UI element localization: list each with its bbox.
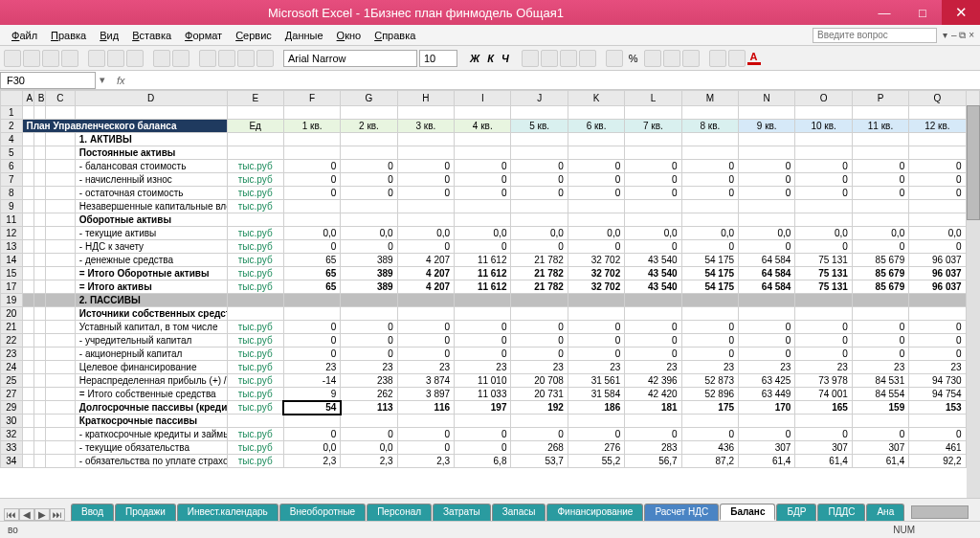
data-cell[interactable]: 0 (625, 240, 681, 254)
data-cell[interactable]: 461 (909, 441, 966, 455)
data-cell[interactable] (681, 146, 738, 160)
data-cell[interactable]: 186 (568, 401, 624, 415)
namebox-dropdown-icon[interactable]: ▾ (96, 74, 109, 86)
row-header[interactable]: 23 (1, 347, 23, 361)
data-cell[interactable]: 3 874 (397, 374, 454, 388)
menu-Вид[interactable]: Вид (94, 28, 124, 43)
data-cell[interactable]: 0 (455, 428, 511, 441)
data-cell[interactable]: 389 (341, 267, 397, 280)
help-search-input[interactable] (813, 28, 937, 43)
data-cell[interactable]: 181 (625, 401, 681, 415)
align-left-icon[interactable] (522, 50, 539, 67)
data-cell[interactable]: 0 (511, 428, 568, 441)
borders-icon[interactable] (709, 50, 726, 67)
data-cell[interactable]: 54 175 (681, 280, 738, 294)
data-cell[interactable]: 0 (341, 173, 397, 187)
data-cell[interactable]: 0 (739, 321, 795, 334)
sheet-tab-Расчет НДС[interactable]: Расчет НДС (644, 504, 719, 521)
data-cell[interactable]: 92,2 (909, 455, 966, 468)
data-cell[interactable]: 56,7 (625, 455, 681, 468)
row-header[interactable]: 6 (1, 160, 23, 173)
data-cell[interactable] (739, 307, 795, 321)
data-cell[interactable]: 20 708 (511, 374, 568, 388)
data-cell[interactable] (909, 146, 966, 160)
print-icon[interactable] (61, 50, 78, 67)
col-header[interactable]: N (739, 91, 795, 106)
data-cell[interactable]: 0 (397, 347, 454, 361)
data-cell[interactable]: 0 (625, 173, 681, 187)
data-cell[interactable]: 23 (511, 361, 568, 374)
col-header[interactable]: O (795, 91, 852, 106)
data-cell[interactable] (568, 200, 624, 213)
data-cell[interactable]: 436 (681, 441, 738, 455)
align-right-icon[interactable] (560, 50, 577, 67)
row-header[interactable]: 27 (1, 388, 23, 401)
data-cell[interactable] (397, 294, 454, 307)
data-cell[interactable]: 6,8 (455, 455, 511, 468)
data-cell[interactable]: 268 (511, 441, 568, 455)
menu-Правка[interactable]: Правка (45, 28, 92, 43)
col-header[interactable]: D (75, 91, 227, 106)
col-header[interactable]: P (852, 91, 908, 106)
data-cell[interactable] (341, 146, 397, 160)
data-cell[interactable]: 85 679 (852, 254, 908, 267)
data-cell[interactable]: 0 (397, 187, 454, 200)
data-cell[interactable]: 0 (283, 173, 340, 187)
data-cell[interactable] (625, 146, 681, 160)
data-cell[interactable] (852, 146, 908, 160)
data-cell[interactable]: 0,0 (283, 227, 340, 240)
data-cell[interactable]: 0 (681, 334, 738, 347)
undo-icon[interactable] (153, 50, 170, 67)
data-cell[interactable] (455, 415, 511, 428)
menu-Вставка[interactable]: Вставка (126, 28, 177, 43)
data-cell[interactable]: 74 001 (795, 388, 852, 401)
data-cell[interactable]: 0,0 (852, 227, 908, 240)
data-cell[interactable]: 53,7 (511, 455, 568, 468)
data-cell[interactable] (852, 213, 908, 227)
data-cell[interactable]: 0,0 (455, 227, 511, 240)
data-cell[interactable]: 0 (397, 240, 454, 254)
data-cell[interactable]: 0 (795, 187, 852, 200)
data-cell[interactable]: 170 (739, 401, 795, 415)
col-header[interactable]: F (283, 91, 340, 106)
data-cell[interactable]: 238 (341, 374, 397, 388)
data-cell[interactable]: 0 (455, 160, 511, 173)
data-cell[interactable]: 0 (511, 187, 568, 200)
data-cell[interactable]: 0 (795, 334, 852, 347)
data-cell[interactable]: 283 (625, 441, 681, 455)
row-header[interactable]: 21 (1, 321, 23, 334)
data-cell[interactable]: 0 (681, 428, 738, 441)
col-header[interactable]: G (341, 91, 397, 106)
data-cell[interactable]: 23 (739, 361, 795, 374)
row-header[interactable]: 29 (1, 401, 23, 415)
data-cell[interactable]: 0 (283, 187, 340, 200)
data-cell[interactable]: 0 (739, 187, 795, 200)
data-cell[interactable] (681, 415, 738, 428)
data-cell[interactable]: 23 (341, 361, 397, 374)
data-cell[interactable]: 65 (283, 267, 340, 280)
data-cell[interactable] (852, 133, 908, 146)
data-cell[interactable] (909, 307, 966, 321)
data-cell[interactable]: 0,0 (511, 227, 568, 240)
data-cell[interactable]: 165 (795, 401, 852, 415)
data-cell[interactable]: 64 584 (739, 254, 795, 267)
increase-decimal-icon[interactable] (682, 50, 700, 67)
col-header[interactable]: Q (909, 91, 966, 106)
sheet-tab-ПДДС[interactable]: ПДДС (817, 504, 865, 521)
row-header[interactable]: 24 (1, 361, 23, 374)
data-cell[interactable]: 0 (909, 160, 966, 173)
data-cell[interactable]: 75 131 (795, 280, 852, 294)
data-cell[interactable] (625, 415, 681, 428)
data-cell[interactable]: 0 (455, 187, 511, 200)
data-cell[interactable]: 31 561 (568, 374, 624, 388)
data-cell[interactable]: 11 612 (455, 267, 511, 280)
data-cell[interactable]: 0 (852, 173, 908, 187)
data-cell[interactable]: 0 (283, 240, 340, 254)
data-cell[interactable]: 63 449 (739, 388, 795, 401)
col-header[interactable]: J (511, 91, 568, 106)
data-cell[interactable] (511, 415, 568, 428)
save-icon[interactable] (42, 50, 59, 67)
data-cell[interactable]: 0 (283, 347, 340, 361)
data-cell[interactable] (625, 294, 681, 307)
data-cell[interactable]: 0 (625, 428, 681, 441)
